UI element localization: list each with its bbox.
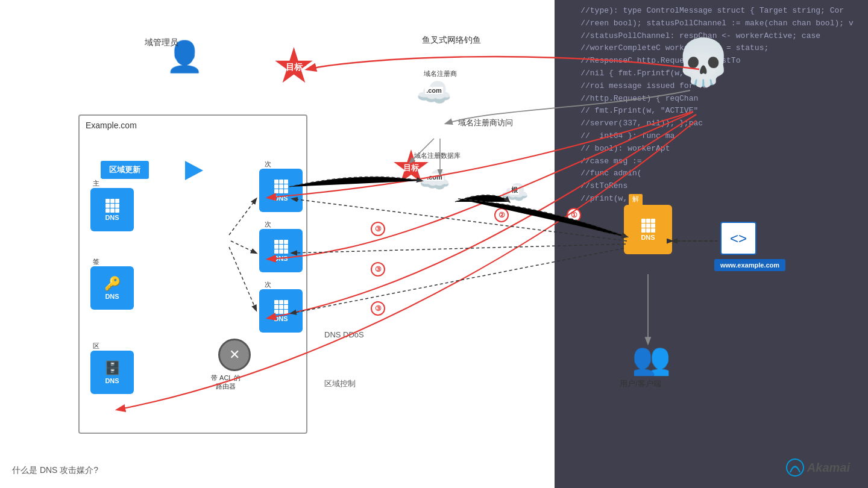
grid-icon-s1 — [274, 180, 288, 193]
svg-text:目标: 目标 — [286, 62, 303, 72]
router-icon: ✕ — [229, 347, 240, 363]
registrar-cloud: 域名注册商 ☁️ .com — [416, 78, 452, 107]
secondary1-dns-label: DNS — [274, 195, 288, 202]
grid-icon-resolver — [641, 219, 655, 233]
num-badge-2: ② — [494, 208, 509, 222]
registrar-access-label: 域名注册商访问 — [458, 117, 513, 128]
root-label: 根 — [510, 186, 519, 195]
code-browser-icon: <> — [730, 230, 747, 247]
num-badge-3b: ③ — [371, 262, 385, 277]
num-badge-1: ① — [567, 208, 581, 222]
signer-dns-label: DNS — [105, 293, 119, 300]
registrar-label: 域名注册商 — [416, 69, 464, 79]
svg-text:目标: 目标 — [403, 163, 420, 172]
bottom-title: 什么是 DNS 攻击媒介? — [12, 465, 98, 476]
secondary3-dns-label: DNS — [274, 315, 288, 322]
num-badge-3c: ③ — [371, 301, 385, 316]
diagram-container: 👤 域管理员 目标 💀 鱼叉式网络钓鱼 Example.com 区域更新 主账户 — [0, 0, 868, 488]
grid-icon-primary — [105, 199, 119, 213]
zone-file-dns-label: DNS — [105, 377, 119, 384]
registrar-dotcom-label: .com — [425, 87, 443, 94]
signer-dns-box: 🔑 DNS — [90, 266, 134, 310]
secondary1-dns-box: DNS — [259, 169, 303, 212]
spear-phishing-label: 鱼叉式网络钓鱼 — [422, 35, 481, 46]
www-example-label: www.example.com — [714, 259, 785, 271]
target-badge-1: 目标 — [274, 47, 313, 89]
db-icon: 🗄️ — [104, 360, 121, 376]
user-client-label: 用户/客户端 — [620, 378, 661, 389]
num-badge-3a: ③ — [371, 222, 385, 236]
user-client-icon: 👥 — [632, 340, 671, 377]
grid-icon-s3 — [274, 300, 288, 314]
root-cloud: ☁️ 根 — [500, 181, 529, 204]
akamai-logo: Akamai — [785, 458, 850, 477]
zone-file-dns-box: 🗄️ DNS — [90, 351, 134, 394]
zone-control-label: 区域控制 — [324, 378, 356, 389]
resolver-dns-box: DNS — [624, 205, 672, 254]
dns-ddos-label: DNS DDoS — [324, 330, 364, 339]
secondary2-dns-label: DNS — [274, 255, 288, 262]
primary-dns-box: DNS — [90, 188, 134, 231]
acl-router: ✕ — [218, 339, 251, 371]
akamai-icon — [785, 458, 805, 477]
akamai-text: Akamai — [807, 461, 850, 475]
svg-point-16 — [787, 459, 804, 476]
zone-update-label: 区域更新 — [101, 161, 149, 179]
target-badge-2: 目标 — [393, 149, 429, 188]
domain-admin-label: 域管理员 — [145, 37, 178, 48]
browser-box: <> — [720, 222, 756, 255]
secondary3-dns-box: DNS — [259, 289, 303, 333]
key-icon: 🔑 — [104, 276, 121, 292]
resolver-dns-label: DNS — [641, 234, 655, 241]
primary-dns-label: DNS — [105, 214, 119, 221]
acl-router-label: 带 ACL 的路由器 — [211, 374, 241, 391]
example-com-label: Example.com — [86, 120, 137, 130]
hacker-skull-icon: 💀 — [675, 36, 732, 89]
secondary2-dns-box: DNS — [259, 229, 303, 272]
grid-icon-s2 — [274, 240, 288, 254]
